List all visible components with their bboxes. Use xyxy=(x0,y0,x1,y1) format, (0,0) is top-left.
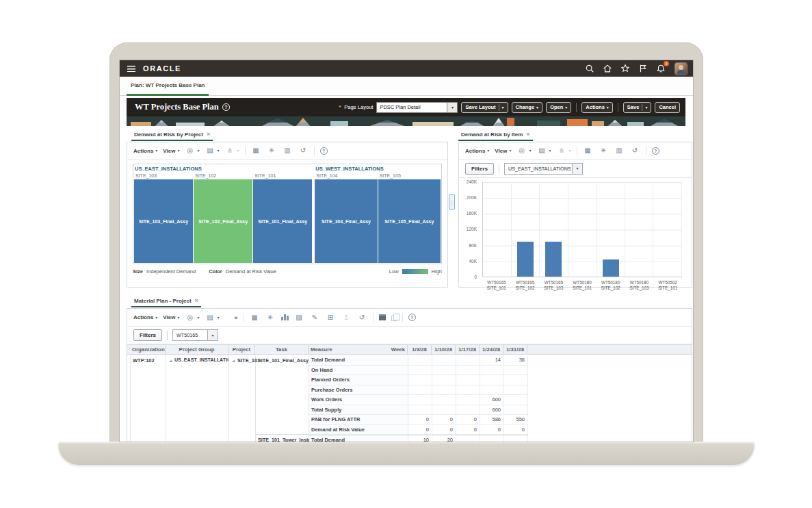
help-icon[interactable] xyxy=(652,147,659,155)
save-layout-button[interactable]: Save Layout xyxy=(461,102,508,113)
print-icon[interactable]: ▦ xyxy=(251,147,261,154)
measure-value-cell[interactable] xyxy=(408,375,432,385)
target-menu[interactable]: ◎ xyxy=(185,314,199,321)
treemap-node[interactable]: SITE_105 SITE_105_Final_Assy xyxy=(378,173,441,263)
close-icon[interactable] xyxy=(526,131,529,138)
tab-demand-at-risk-by-item[interactable]: Demand at Risk by Item xyxy=(458,129,533,141)
export-icon[interactable]: ✳ xyxy=(265,314,276,321)
measure-value-cell[interactable] xyxy=(504,366,528,375)
task-cell[interactable]: SITE_101_Tower_Install xyxy=(256,435,309,442)
measure-value-cell[interactable] xyxy=(432,375,456,385)
measure-value-cell[interactable]: 600 xyxy=(480,405,504,415)
close-icon[interactable] xyxy=(207,131,210,138)
refresh-icon[interactable]: ↺ xyxy=(357,314,367,321)
bar[interactable] xyxy=(517,242,534,277)
measure-value-cell[interactable] xyxy=(480,375,504,385)
chart-view-icon[interactable] xyxy=(281,314,289,320)
measure-value-cell[interactable]: 0 xyxy=(480,425,504,435)
panel-splitter-handle[interactable] xyxy=(449,194,455,209)
favorites-star-icon[interactable] xyxy=(620,64,630,73)
measure-value-cell[interactable]: 0 xyxy=(504,425,528,435)
measure-value-cell[interactable] xyxy=(456,405,480,415)
tab-plan[interactable]: Plan: WT Projects Base Plan xyxy=(127,77,209,96)
view-menu[interactable]: View xyxy=(495,148,511,154)
measure-value-cell[interactable] xyxy=(456,375,480,385)
measure-value-cell[interactable] xyxy=(504,405,528,415)
measure-value-cell[interactable]: 0 xyxy=(432,425,456,435)
search-icon[interactable] xyxy=(585,64,594,73)
project-group-cell[interactable]: US_EAST_INSTALLATIONS xyxy=(166,355,229,442)
format-menu[interactable]: ▤ xyxy=(536,147,551,154)
export-icon[interactable]: ✳ xyxy=(267,147,277,154)
page-layout-value[interactable]: PDSC Plan Detail xyxy=(376,102,447,113)
print-icon[interactable]: ▦ xyxy=(250,314,260,321)
filter-value[interactable]: US_EAST_INSTALLATIONS xyxy=(504,163,573,175)
refresh-icon[interactable]: ↺ xyxy=(298,147,309,154)
edit-pencil-icon[interactable]: ✎ xyxy=(310,314,320,321)
measure-value-cell[interactable] xyxy=(432,385,456,395)
bar[interactable] xyxy=(545,242,562,277)
column-header-measure[interactable]: Measure Week xyxy=(309,345,408,354)
measure-value-cell[interactable] xyxy=(456,385,480,395)
measure-value-cell[interactable]: 0 xyxy=(456,425,480,435)
measure-value-cell[interactable] xyxy=(432,366,456,375)
format-menu[interactable]: ▤ xyxy=(205,314,219,321)
measure-value-cell[interactable]: 600 xyxy=(480,395,504,405)
measure-value-cell[interactable] xyxy=(432,355,456,365)
help-icon[interactable] xyxy=(320,147,328,155)
print-icon[interactable]: ▦ xyxy=(583,147,593,154)
treemap-node[interactable]: SITE_101 SITE_101_Final_Assy xyxy=(253,173,312,263)
edit-grid-icon[interactable]: ▨ xyxy=(294,314,304,321)
measure-value-cell[interactable] xyxy=(504,375,528,385)
filters-button[interactable]: Filters xyxy=(465,163,494,175)
export-icon[interactable]: ✳ xyxy=(599,147,609,154)
measure-value-cell[interactable] xyxy=(456,355,480,365)
format-menu[interactable]: ▤ xyxy=(205,147,219,154)
column-header-week-2[interactable]: 1/10/28 xyxy=(432,345,456,354)
column-header-week-1[interactable]: 1/3/28 xyxy=(408,345,432,354)
view-menu[interactable]: View xyxy=(163,314,179,320)
measure-value-cell[interactable] xyxy=(408,385,432,395)
tab-demand-at-risk-by-project[interactable]: Demand at Risk by Project xyxy=(131,129,213,141)
column-header-task[interactable]: Task xyxy=(255,345,309,354)
dropdown-icon[interactable] xyxy=(208,329,218,341)
grid-view-icon[interactable]: ▥ xyxy=(283,147,293,154)
overflow-chevron-icon[interactable] xyxy=(235,314,238,321)
measure-value-cell[interactable]: 0 xyxy=(456,415,480,424)
measure-value-cell[interactable] xyxy=(432,405,456,415)
user-avatar[interactable] xyxy=(675,63,687,75)
flag-icon[interactable] xyxy=(638,64,648,73)
measure-value-cell[interactable] xyxy=(504,395,528,405)
expand-triangle-icon[interactable] xyxy=(232,359,235,362)
project-cell[interactable]: SITE_101 xyxy=(229,355,256,442)
measure-value-cell[interactable]: 14 xyxy=(480,355,504,365)
treemap-node[interactable]: SITE_102 SITE_102_Final_Assy xyxy=(194,173,252,263)
save-button[interactable]: Save xyxy=(623,102,652,113)
table-view-icon[interactable] xyxy=(379,314,386,320)
target-menu[interactable]: ◎ xyxy=(185,147,199,154)
target-menu[interactable]: ◎ xyxy=(516,147,531,154)
home-icon[interactable] xyxy=(603,64,612,73)
page-help-icon[interactable] xyxy=(222,103,230,111)
column-header-week-4[interactable]: 1/24/28 xyxy=(480,345,503,354)
measure-value-cell[interactable] xyxy=(504,435,528,442)
task-cell[interactable]: SITE_101_Final_Assy xyxy=(256,355,309,435)
measure-value-cell[interactable] xyxy=(480,366,504,375)
measure-value-cell[interactable] xyxy=(456,366,480,375)
measure-value-cell[interactable]: 36 xyxy=(504,355,528,365)
measure-value-cell[interactable] xyxy=(504,385,528,395)
measure-value-cell[interactable] xyxy=(456,435,480,442)
actions-button[interactable]: Actions xyxy=(581,102,613,113)
refresh-icon[interactable]: ↺ xyxy=(630,147,640,154)
measure-value-cell[interactable]: 0 xyxy=(408,415,432,424)
column-header-week-5[interactable]: 1/31/28 xyxy=(503,345,527,354)
open-button[interactable]: Open xyxy=(546,102,571,113)
measure-value-cell[interactable] xyxy=(408,405,432,415)
measure-value-cell[interactable] xyxy=(480,385,504,395)
measure-value-cell[interactable]: 10 xyxy=(408,435,432,442)
hamburger-menu-icon[interactable] xyxy=(127,66,135,72)
view-menu[interactable]: View xyxy=(163,148,179,154)
close-icon[interactable] xyxy=(195,298,198,304)
measure-value-cell[interactable] xyxy=(408,355,432,365)
column-header-week-3[interactable]: 1/17/28 xyxy=(456,345,480,354)
